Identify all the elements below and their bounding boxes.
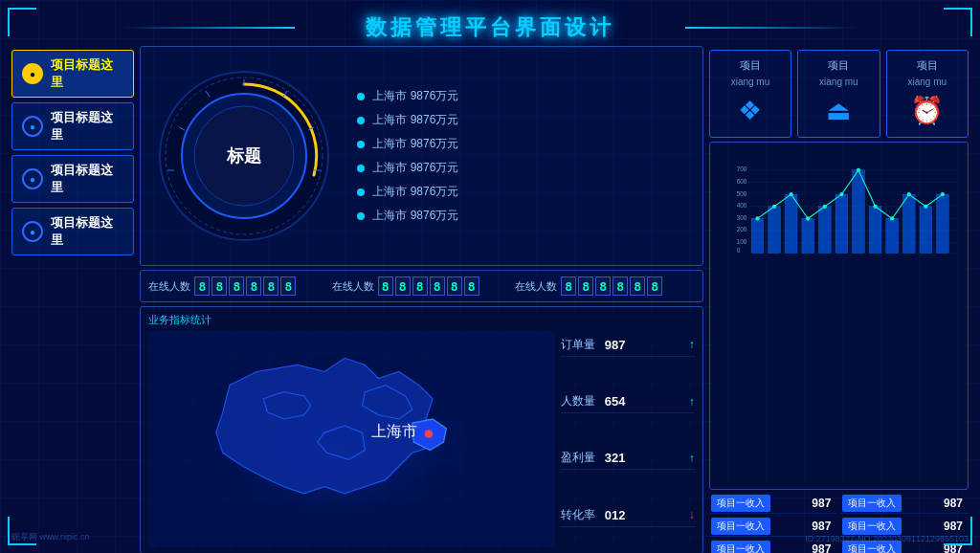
svg-point-58: [941, 192, 945, 196]
svg-point-52: [839, 192, 843, 196]
legend-dot-5: [357, 212, 365, 220]
stat-tag-1-0: 项目一收入: [711, 518, 770, 535]
project-card-sub-1: xiang mu: [819, 77, 858, 87]
stat-tag-0-0: 项目一收入: [711, 495, 770, 512]
svg-text:500: 500: [736, 190, 746, 197]
legend-dot-4: [357, 188, 365, 196]
svg-text:0: 0: [736, 247, 740, 254]
svg-point-57: [924, 205, 927, 209]
bottom-stat-entry-0-1: 项目一收入 987: [840, 494, 969, 514]
digit-1-4: 8: [447, 276, 462, 296]
svg-rect-42: [869, 207, 881, 254]
svg-rect-44: [902, 194, 915, 253]
project-card-2[interactable]: 项目 xiang mu ⏰: [886, 50, 969, 138]
legend-dot-1: [357, 117, 365, 124]
digit-1-1: 8: [395, 276, 411, 296]
svg-rect-37: [785, 194, 797, 253]
svg-rect-38: [802, 218, 814, 253]
arrow-up-icon: ↑: [689, 395, 695, 409]
svg-point-53: [857, 168, 860, 172]
digit-display-1: 888888: [378, 276, 479, 296]
menu-label-0: 项目标题这里: [51, 56, 123, 91]
stat-tag-2-0: 项目一收入: [711, 541, 770, 553]
legend-dot-0: [357, 93, 365, 100]
watermark: 昵享网 www.nipic.cn: [11, 531, 90, 543]
stat-num-0-1: 987: [944, 497, 967, 510]
main-container: 数据管理平台界面设计 ● 项目标题这里 ● 项目标题这里 ● 项目标题这里 ● …: [0, 0, 980, 553]
map-stat-row-3: 转化率 012 ↓: [561, 504, 695, 527]
menu-label-2: 项目标题这里: [51, 162, 123, 196]
stats-side: 订单量 987 ↑人数量 654 ↑盈利量 321 ↑转化率 012 ↓: [561, 313, 695, 547]
menu-label-1: 项目标题这里: [51, 109, 123, 144]
menu-icon-3: ●: [22, 221, 43, 242]
svg-point-55: [890, 216, 894, 220]
digit-1-0: 8: [378, 276, 393, 296]
menu-item-0[interactable]: ● 项目标题这里: [11, 50, 134, 98]
menu-item-1[interactable]: ● 项目标题这里: [11, 102, 134, 150]
svg-point-48: [772, 205, 776, 209]
menu-item-3[interactable]: ● 项目标题这里: [11, 208, 134, 255]
legend-text-4: 上海市 9876万元: [372, 184, 458, 200]
bottom-stats: 项目一收入 987 项目一收入 987 项目一收入 987 项目一收入 987 …: [709, 494, 969, 553]
stat-label-1: 在线人数: [332, 279, 374, 294]
project-card-sub-0: xiang mu: [731, 77, 770, 87]
digit-0-3: 8: [246, 276, 261, 296]
bottom-stat-row-0: 项目一收入 987 项目一收入 987: [709, 494, 969, 514]
digit-display-2: 888888: [561, 276, 662, 296]
map-visual: 上海市: [148, 331, 554, 547]
digit-2-1: 8: [578, 276, 593, 296]
digit-1-2: 8: [412, 276, 428, 296]
stat-num-1-0: 987: [812, 520, 835, 533]
digit-2-2: 8: [595, 276, 611, 296]
menu-label-3: 项目标题这里: [51, 214, 123, 249]
menu-item-2[interactable]: ● 项目标题这里: [11, 155, 134, 203]
section-title: 业务指标统计: [148, 313, 554, 327]
legend-text-1: 上海市 9876万元: [372, 112, 458, 128]
digit-0-4: 8: [263, 276, 278, 296]
digit-display-0: 888888: [194, 276, 296, 296]
arrow-up-icon: ↑: [689, 452, 695, 465]
svg-rect-46: [936, 194, 948, 253]
digit-0-2: 8: [229, 276, 244, 296]
legend-item-1: 上海市 9876万元: [357, 112, 694, 128]
svg-point-47: [755, 216, 759, 220]
project-icons: 项目 xiang mu ❖ 项目 xiang mu ⏏ 项目 xiang mu …: [709, 50, 969, 138]
stat-value-3: 012: [605, 508, 683, 522]
svg-text:300: 300: [736, 214, 746, 221]
svg-text:700: 700: [736, 166, 746, 172]
chart-section: 700 600 500 400 300 200 100 0: [709, 142, 969, 490]
digit-2-4: 8: [630, 276, 645, 296]
project-card-1[interactable]: 项目 xiang mu ⏏: [797, 50, 880, 138]
legend-item-4: 上海市 9876万元: [357, 184, 694, 200]
legend-item-2: 上海市 9876万元: [357, 136, 694, 152]
legend-text-5: 上海市 9876万元: [372, 208, 458, 224]
stat-group-0: 在线人数 888888: [148, 276, 327, 296]
stat-group-1: 在线人数 888888: [332, 276, 511, 296]
svg-rect-45: [920, 207, 932, 254]
menu-icon-0: ●: [22, 63, 43, 84]
stats-row: 在线人数 888888在线人数 888888在线人数 888888: [140, 270, 702, 302]
digit-2-3: 8: [612, 276, 628, 296]
svg-rect-40: [835, 194, 848, 253]
stat-num-2-0: 987: [812, 542, 835, 553]
svg-text:上海市: 上海市: [372, 423, 418, 439]
right-panel: 项目 xiang mu ❖ 项目 xiang mu ⏏ 项目 xiang mu …: [709, 50, 969, 553]
svg-rect-41: [852, 170, 864, 254]
stat-num-0-0: 987: [812, 497, 835, 510]
svg-text:600: 600: [736, 178, 746, 185]
legend-dot-2: [357, 141, 365, 148]
stat-tag-1-1: 项目一收入: [842, 518, 902, 535]
svg-point-17: [425, 430, 433, 437]
stat-name-0: 订单量: [561, 337, 599, 353]
project-card-0[interactable]: 项目 xiang mu ❖: [709, 50, 791, 138]
project-icon-2: ⏰: [908, 91, 947, 129]
svg-rect-43: [886, 218, 899, 253]
project-card-sub-2: xiang mu: [907, 77, 947, 87]
svg-point-49: [789, 192, 792, 196]
svg-point-50: [806, 216, 810, 220]
svg-text:200: 200: [736, 227, 746, 233]
digit-1-5: 8: [464, 276, 479, 296]
digit-0-0: 8: [194, 276, 210, 296]
center-panel: 标题 上海市 9876万元 上海市 9876万元 上海市 9876万元 上海市 …: [140, 46, 702, 553]
legend-list: 上海市 9876万元 上海市 9876万元 上海市 9876万元 上海市 987…: [347, 55, 694, 257]
